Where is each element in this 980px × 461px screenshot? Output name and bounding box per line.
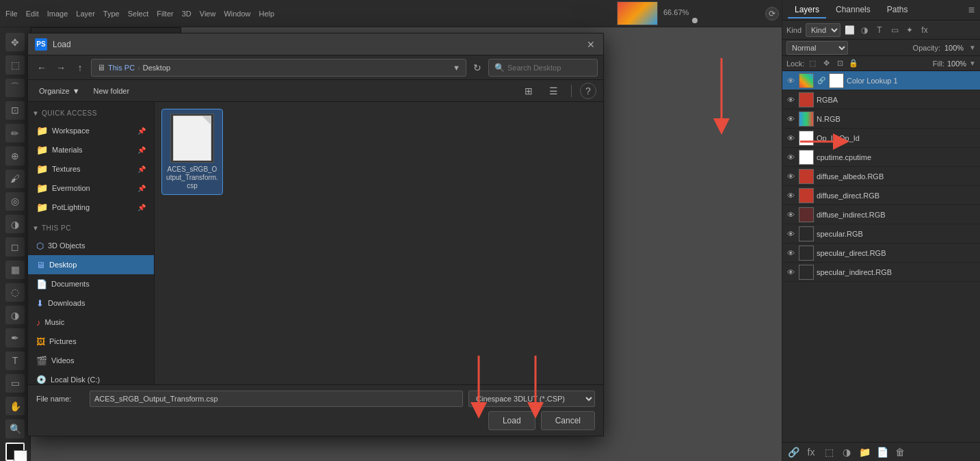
sidebar-item-workspace[interactable]: 📁 Workspace 📌 [28, 121, 154, 140]
layer-row[interactable]: 👁 specular_indirect.RGB [782, 263, 980, 282]
nav-path-desktop[interactable]: Desktop [143, 64, 170, 72]
sidebar-item-potlighting[interactable]: 📁 PotLighting 📌 [28, 198, 154, 217]
kind-icon-type[interactable]: T [873, 24, 886, 36]
adjust-icon[interactable]: ⟳ [765, 7, 779, 21]
layer-delete-btn[interactable]: 🗑 [893, 445, 907, 459]
layer-group-btn[interactable]: 📁 [858, 445, 871, 459]
dialog-close-btn[interactable]: ✕ [585, 39, 596, 50]
nav-up-btn[interactable]: ↑ [72, 60, 88, 76]
layer-mask-btn[interactable]: ⬚ [822, 445, 836, 459]
lock-pixels-btn[interactable]: ⬚ [807, 58, 818, 69]
layer-row[interactable]: 👁 specular_direct.RGB [782, 243, 980, 263]
sidebar-item-music[interactable]: ♪ Music [28, 313, 154, 332]
lock-artboard-btn[interactable]: ⊡ [834, 58, 845, 69]
sidebar-item-textures[interactable]: 📁 Textures 📌 [28, 159, 154, 179]
cancel-btn[interactable]: Cancel [541, 411, 595, 430]
menu-image[interactable]: Image [47, 10, 68, 18]
menu-help[interactable]: Help [259, 10, 275, 18]
menu-type[interactable]: Type [103, 10, 120, 18]
layer-eye-icon[interactable]: 👁 [785, 114, 796, 124]
layer-adjustment-btn[interactable]: ◑ [840, 445, 853, 459]
tab-paths[interactable]: Paths [880, 2, 915, 18]
eraser-tool[interactable]: ◻ [5, 237, 25, 256]
layer-row[interactable]: 👁 diffuse_albedo.RGB [782, 167, 980, 186]
history-tool[interactable]: ◑ [5, 215, 25, 233]
layer-row[interactable]: 👁 N.RGB [782, 109, 980, 129]
layer-row[interactable]: 👁 diffuse_direct.RGB [782, 186, 980, 205]
layer-eye-icon[interactable]: 👁 [785, 267, 796, 278]
shape-tool[interactable]: ▭ [5, 374, 25, 393]
foreground-color[interactable] [5, 443, 25, 461]
layer-row[interactable]: 👁 diffuse_indirect.RGB [782, 205, 980, 224]
layer-row[interactable]: 👁 specular.RGB [782, 224, 980, 243]
sidebar-item-diskc[interactable]: 💿 Local Disk (C:) [28, 370, 154, 384]
layer-eye-icon[interactable]: 👁 [785, 190, 796, 201]
menu-layer[interactable]: Layer [76, 10, 95, 18]
kind-icon-adjustment[interactable]: ◑ [858, 24, 871, 36]
select-tool[interactable]: ⬚ [5, 55, 25, 74]
sidebar-item-downloads[interactable]: ⬇ Downloads [28, 293, 154, 313]
layer-row[interactable]: 👁 cputime.cputime [782, 148, 980, 167]
menu-window[interactable]: Window [224, 10, 250, 18]
layer-eye-icon[interactable]: 👁 [785, 171, 796, 182]
brush-tool[interactable]: 🖌 [5, 170, 25, 188]
menu-filter[interactable]: Filter [157, 10, 173, 18]
nav-path-thispc[interactable]: This PC [108, 64, 135, 72]
layer-chain-icon[interactable]: 🔗 [817, 76, 826, 85]
nav-refresh-btn[interactable]: ↻ [469, 60, 486, 76]
load-btn[interactable]: Load [488, 411, 535, 430]
fill-value[interactable]: 100% [947, 60, 966, 68]
pen-tool[interactable]: ✒ [5, 328, 25, 347]
view-list-btn[interactable]: ☰ [544, 83, 563, 99]
menu-select[interactable]: Select [128, 10, 149, 18]
layer-eye-icon[interactable]: 👁 [785, 152, 796, 163]
nav-back-btn[interactable]: ← [34, 60, 50, 76]
zoom-slider-thumb[interactable] [692, 18, 698, 23]
dodge-tool[interactable]: ◑ [5, 306, 25, 324]
layer-eye-icon[interactable]: 👁 [785, 248, 796, 259]
zoom-tool[interactable]: 🔍 [5, 419, 25, 438]
menu-edit[interactable]: Edit [26, 10, 39, 18]
kind-icon-smart[interactable]: ✦ [903, 24, 916, 36]
opacity-dropdown-icon[interactable]: ▼ [969, 44, 976, 51]
layer-eye-icon[interactable]: 👁 [785, 94, 796, 105]
lasso-tool[interactable]: ⌒ [5, 79, 25, 97]
layer-eye-icon[interactable]: 👁 [785, 133, 796, 144]
filetype-select[interactable]: Cinespace 3DLUT (*.CSP) [468, 391, 595, 407]
file-item-csp[interactable]: ACES_sRGB_Output_Transform.csp [161, 109, 223, 195]
kind-select[interactable]: Kind [806, 23, 840, 37]
menu-file[interactable]: File [5, 10, 18, 18]
view-small-icons-btn[interactable]: ⊞ [519, 83, 538, 99]
layer-new-btn[interactable]: 📄 [875, 445, 889, 459]
sidebar-item-documents[interactable]: 📄 Documents [28, 274, 154, 293]
heal-tool[interactable]: ⊕ [5, 146, 25, 165]
this-pc-header[interactable]: ▼ This PC [28, 220, 154, 236]
sidebar-item-desktop[interactable]: 🖥 Desktop [28, 255, 154, 274]
organize-btn[interactable]: Organize ▼ [35, 85, 84, 97]
hand-tool[interactable]: ✋ [5, 397, 25, 415]
sidebar-item-pictures[interactable]: 🖼 Pictures [28, 332, 154, 351]
kind-icon-effect[interactable]: fx [918, 24, 931, 36]
sidebar-item-videos[interactable]: 🎬 Videos [28, 351, 154, 370]
layer-row[interactable]: 👁 Op_Id.Op_Id [782, 129, 980, 148]
menu-view[interactable]: View [200, 10, 216, 18]
tab-layers[interactable]: Layers [788, 2, 826, 18]
filename-input[interactable] [90, 391, 463, 407]
layer-eye-icon[interactable]: 👁 [785, 228, 796, 239]
layer-link-btn[interactable]: 🔗 [786, 445, 800, 459]
sidebar-item-3dobjects[interactable]: ⬡ 3D Objects [28, 236, 154, 255]
layer-row[interactable]: 👁 RGBA [782, 90, 980, 109]
menu-3d[interactable]: 3D [182, 10, 191, 18]
panel-menu-btn[interactable]: ≡ [968, 4, 975, 16]
lock-position-btn[interactable]: ✥ [821, 58, 832, 69]
fill-dropdown-icon[interactable]: ▼ [969, 60, 976, 67]
kind-icon-shape[interactable]: ▭ [888, 24, 901, 36]
nav-forward-btn[interactable]: → [53, 60, 69, 76]
help-btn[interactable]: ? [580, 83, 596, 99]
blur-tool[interactable]: ◌ [5, 283, 25, 302]
clone-tool[interactable]: ◎ [5, 192, 25, 211]
blend-mode-select[interactable]: Normal [786, 41, 848, 55]
lock-all-btn[interactable]: 🔒 [848, 58, 859, 69]
tab-channels[interactable]: Channels [829, 2, 877, 18]
search-input[interactable] [507, 64, 592, 72]
